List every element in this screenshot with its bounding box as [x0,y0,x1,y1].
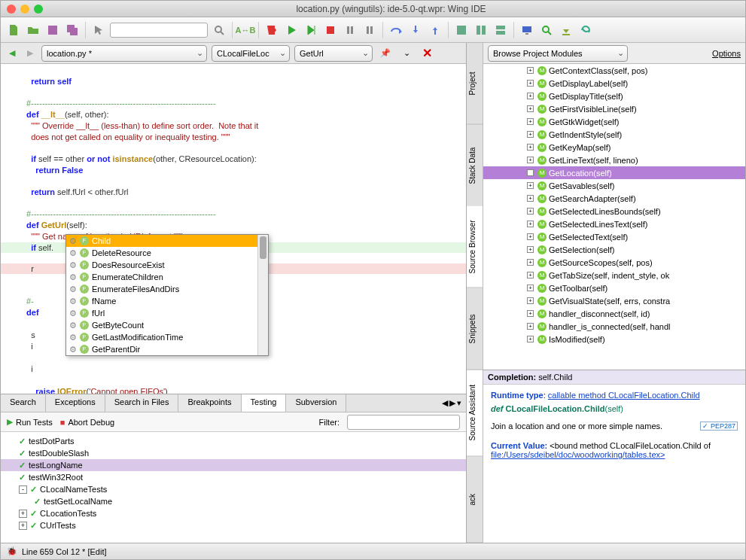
autocomplete-item[interactable]: ⚙FGetLastModificationTime [66,331,268,343]
step-over-icon[interactable] [388,22,404,38]
vtab-snippets[interactable]: Snippets [467,288,483,370]
test-item[interactable]: ✓testDoubleSlash [1,447,466,459]
browser-method-item[interactable]: +MGetDisplayLabel(self) [483,77,745,90]
close-window-icon[interactable] [7,5,16,14]
autocomplete-item[interactable]: ⚙FDeleteResource [66,247,268,259]
vtab-project[interactable]: Project [467,43,483,125]
browser-method-item[interactable]: +MGetSearchAdapter(self) [483,192,745,205]
vtab-stack-data[interactable]: Stack Data [467,125,483,207]
autocomplete-item[interactable]: ⚙FEnumerateChildren [66,271,268,283]
run-tests-button[interactable]: ▶Run Tests [7,417,53,427]
browser-method-item[interactable]: +MGetSavables(self) [483,179,745,192]
vtab-source-browser[interactable]: Source Browser [467,206,483,288]
minimize-window-icon[interactable] [20,5,29,14]
find-icon[interactable] [538,22,555,38]
test-item[interactable]: ✓testGetLocalName [1,495,466,507]
autocomplete-item[interactable]: ⚙FfName [66,295,268,307]
options-link[interactable]: Options [712,49,741,58]
autocomplete-item[interactable]: ⚙FChild [66,235,268,247]
search-input[interactable] [110,23,208,38]
pointer-icon[interactable] [90,22,107,38]
tab-breakpoints[interactable]: Breakpoints [178,394,241,412]
layout1-icon[interactable] [453,22,470,38]
browser-method-item[interactable]: +MGetSelectedLinesBounds(self) [483,205,745,218]
file-selector[interactable]: location.py * [41,45,207,62]
new-file-icon[interactable] [5,22,22,38]
browser-method-item[interactable]: +MGetLocation(self) [483,166,745,179]
browser-method-item[interactable]: +MGetVisualState(self, errs, constra [483,294,745,307]
refresh-icon[interactable] [577,22,594,38]
browser-method-item[interactable]: +MGetToolbar(self) [483,282,745,294]
tab-menu-icon[interactable]: ▾ [457,398,461,408]
pause-icon[interactable] [342,22,358,38]
open-file-icon[interactable] [25,22,41,38]
autocomplete-item[interactable]: ⚙FEnumerateFilesAndDirs [66,283,268,295]
nav-forward-icon[interactable]: ▶ [23,47,37,60]
class-selector[interactable]: CLocalFileLoc [212,45,290,62]
replace-icon[interactable]: A↔B [237,22,254,38]
tab-search-in-files[interactable]: Search in Files [105,394,179,412]
browser-method-item[interactable]: +MGetKeyMap(self) [483,141,745,154]
debug-icon[interactable] [303,22,319,38]
test-item[interactable]: +✓CLocationTests [1,507,466,519]
test-item[interactable]: +✓CUrlTests [1,519,466,531]
source-browser-tree[interactable]: +MGetContextClass(self, pos)+MGetDisplay… [483,64,745,370]
autocomplete-item[interactable]: ⚙FDoesResourceExist [66,259,268,271]
browser-method-item[interactable]: +MGetSelectedText(self) [483,230,745,243]
step-out-icon[interactable] [427,22,443,38]
tab-right-icon[interactable]: ▶ [449,398,455,408]
browser-method-item[interactable]: +MGetIndentStyle(self) [483,128,745,141]
browser-method-item[interactable]: +MGetGtkWidget(self) [483,115,745,128]
vtab-source-assistant[interactable]: Source Assistant [467,370,483,457]
close-file-icon[interactable]: ✕ [419,46,435,60]
test-item[interactable]: ✓testLongName [1,459,466,471]
tab-subversion[interactable]: Subversion [286,394,346,412]
member-selector[interactable]: GetUrl [294,45,373,62]
browser-method-item[interactable]: +MGetTabSize(self, indent_style, ok [483,269,745,282]
step-into-icon[interactable] [407,22,424,38]
browser-method-item[interactable]: +MGetSelection(self) [483,243,745,256]
search-icon[interactable] [211,22,227,38]
current-value-link[interactable]: file:/Users/sdeibel/doc/woodworking/tabl… [491,450,665,459]
browser-method-item[interactable]: +Mhandler_is_connected(self, handl [483,320,745,333]
browser-method-item[interactable]: +Mhandler_disconnect(self, id) [483,307,745,320]
code-editor[interactable]: return self #---------------------------… [1,64,466,394]
pause2-icon[interactable] [361,22,378,38]
monitor-icon[interactable] [519,22,535,38]
browser-method-item[interactable]: +MGetDisplayTitle(self) [483,90,745,102]
save-all-icon[interactable] [64,22,81,38]
autocomplete-item[interactable]: ⚙FfUrl [66,307,268,319]
browser-method-item[interactable]: +MGetSourceScopes(self, pos) [483,256,745,269]
autocomplete-scrollbar[interactable] [257,235,268,355]
download-icon[interactable] [558,22,574,38]
vtab-ack[interactable]: ack [467,457,483,543]
autocomplete-item[interactable]: ⚙FGetByteCount [66,319,268,331]
zoom-window-icon[interactable] [34,5,43,14]
layout2-icon[interactable] [473,22,489,38]
save-icon[interactable] [44,22,61,38]
run-icon[interactable] [283,22,300,38]
tab-left-icon[interactable]: ◀ [442,398,448,408]
autocomplete-popup[interactable]: ⚙FChild⚙FDeleteResource⚙FDoesResourceExi… [65,234,269,356]
browser-method-item[interactable]: +MIsModified(self) [483,333,745,345]
test-item[interactable]: ✓testWin32Root [1,471,466,483]
pin-icon[interactable]: 📌 [377,45,394,62]
browser-method-item[interactable]: +MGetSelectedLinesText(self) [483,218,745,230]
test-item[interactable]: ✓testDotParts [1,435,466,447]
chevron-down-icon[interactable]: ⌄ [398,45,415,62]
tab-search[interactable]: Search [1,394,46,412]
test-tree[interactable]: ✓testDotParts✓testDoubleSlash✓testLongNa… [1,432,466,543]
tab-exceptions[interactable]: Exceptions [46,394,105,412]
layout3-icon[interactable] [492,22,509,38]
runtime-type-link[interactable]: callable method CLocalFileLocation.Child [548,391,700,400]
filter-input[interactable] [347,415,460,430]
tab-testing[interactable]: Testing [242,394,287,412]
test-item[interactable]: -✓CLocalNameTests [1,483,466,495]
stop-icon[interactable] [322,22,339,38]
abort-debug-button[interactable]: ■Abort Debug [60,418,114,427]
browser-method-item[interactable]: +MGetLineText(self, lineno) [483,154,745,166]
browser-method-item[interactable]: +MGetContextClass(self, pos) [483,64,745,77]
stop-debug-icon[interactable] [263,22,280,38]
autocomplete-item[interactable]: ⚙FGetParentDir [66,343,268,355]
browser-method-item[interactable]: +MGetFirstVisibleLine(self) [483,102,745,115]
